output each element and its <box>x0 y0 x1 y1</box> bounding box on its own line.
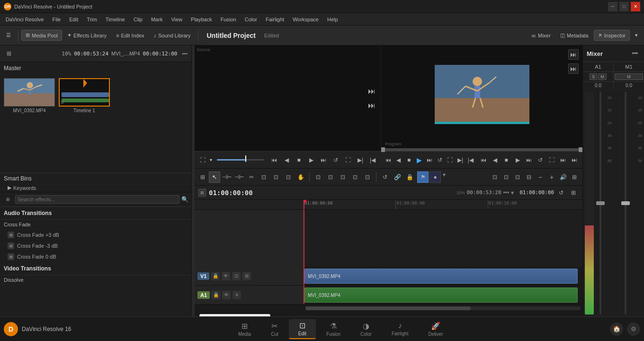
settings-button[interactable]: 🏠 <box>610 323 623 336</box>
menu-playback[interactable]: Playback <box>187 16 216 23</box>
menu-help[interactable]: Help <box>323 16 342 23</box>
zoom-out-view[interactable]: ⊡ <box>512 172 523 182</box>
panel-size-btn[interactable]: ⊞ <box>3 194 13 205</box>
link-btn[interactable]: ↺ <box>379 171 391 183</box>
source-step-fwd[interactable]: ⏭ <box>318 155 329 165</box>
menu-fairlight[interactable]: Fairlight <box>262 16 288 23</box>
ellipsis-btn[interactable]: ••• <box>182 51 188 56</box>
menu-fusion[interactable]: Fusion <box>217 16 240 23</box>
edit-index-button[interactable]: ≡ Edit Index <box>112 30 148 41</box>
source-scrubbar[interactable] <box>217 159 264 161</box>
menu-color[interactable]: Color <box>241 16 261 23</box>
source-stop[interactable]: ■ <box>294 155 304 165</box>
timeline-options[interactable]: ⊞ <box>569 172 580 182</box>
smart-bins-label[interactable]: Smart Bins <box>0 173 191 184</box>
timeline-scrollbar[interactable] <box>305 306 581 310</box>
color-btn[interactable]: ● <box>429 171 441 183</box>
timeline-panel-toggle[interactable]: ⊞ <box>198 189 206 197</box>
effect-item-crossfade-minus3[interactable]: ⊞ Cross Fade -3 dB <box>0 241 191 251</box>
timeline-end-nav[interactable]: ↺ <box>556 188 566 198</box>
program-loop[interactable]: ↺ <box>435 155 444 165</box>
warp-tool[interactable]: ⊡ <box>283 171 294 183</box>
maximize-button[interactable]: □ <box>619 2 629 11</box>
slide-tool[interactable]: ⊡ <box>270 171 282 183</box>
a1-clip[interactable]: MVI_0392.MP4 <box>304 287 578 303</box>
overwrite-edit-btn[interactable]: ⊡ <box>325 171 336 183</box>
zoom-to-fit[interactable]: ⊡ <box>490 172 500 182</box>
toggle-panel-button[interactable]: ☰ <box>2 30 15 41</box>
source-fullscreen[interactable]: ⛶ <box>343 155 353 165</box>
program-next-frame[interactable]: |◀ <box>466 155 475 165</box>
program-stop2[interactable]: ■ <box>501 155 511 165</box>
program-last[interactable]: ⏭ <box>569 155 580 165</box>
program-rew[interactable]: ◀ <box>490 155 500 165</box>
v1-output-btn[interactable]: ⊡ <box>232 272 241 280</box>
flag-btn[interactable]: ⚑ <box>417 171 429 183</box>
timeline-zoom-out[interactable]: ⊞ <box>197 172 208 182</box>
zoom-plus[interactable]: + <box>546 172 557 182</box>
mixer-m1-m-btn[interactable]: M <box>615 73 643 80</box>
menu-davinci[interactable]: DaVinci Resolve <box>2 16 48 23</box>
program-nav-up[interactable]: ⏭ <box>568 49 579 60</box>
clip-thumbnail[interactable]: ♪ MVI_0392.MP4 <box>4 78 55 169</box>
program-fullscreen[interactable]: ⛶ <box>446 155 455 165</box>
menu-workspace[interactable]: Workspace <box>289 16 322 23</box>
menu-view[interactable]: View <box>167 16 186 23</box>
append-at-end-btn[interactable]: ⊡ <box>362 171 373 183</box>
program-prev-clip[interactable]: ⏮ <box>478 155 489 165</box>
fit-to-fill-btn[interactable]: ⊡ <box>349 171 361 183</box>
effect-item-crossfade-plus3[interactable]: ⊞ Cross Fade +3 dB <box>0 230 191 241</box>
a1-s-btn[interactable]: S <box>233 291 241 299</box>
program-go-end[interactable]: ⏭ <box>425 155 434 165</box>
menu-file[interactable]: File <box>49 16 65 23</box>
audio-meter[interactable]: 🔊 <box>558 172 568 182</box>
insert-edit-btn[interactable]: ⊡ <box>313 171 324 183</box>
zoom-in-clip[interactable]: ⊡ <box>501 172 511 182</box>
effect-item-crossfade-0[interactable]: ⊞ Cross Fade 0 dB <box>0 251 191 262</box>
program-stop[interactable]: ■ <box>404 155 413 165</box>
timeline-thumbnail[interactable]: ⊡ Timeline 1 <box>59 78 110 169</box>
blade-tool[interactable]: ✂ <box>246 171 257 183</box>
dynamic-trim-tool[interactable]: ⊣⊢ <box>233 171 245 183</box>
timeline-options-btn[interactable]: ⊞ <box>568 188 579 198</box>
program-fullscr2[interactable]: ⛶ <box>546 155 557 165</box>
inspector-button[interactable]: ✕ Inspector <box>594 30 630 41</box>
menu-mark[interactable]: Mark <box>147 16 166 23</box>
program-go-start[interactable]: ⏮ <box>384 155 393 165</box>
a1-lock-btn[interactable]: 🔒 <box>212 291 220 299</box>
zoom-ruler[interactable]: ⊟ <box>524 172 534 182</box>
timeline-scrollbar-thumb[interactable] <box>305 306 471 310</box>
mixer-options-btn[interactable]: ••• <box>630 48 640 59</box>
source-fit-btn[interactable]: ⛶ <box>197 155 208 165</box>
keywords-item[interactable]: ▶ Keywords <box>0 184 191 192</box>
media-pool-button[interactable]: ⊞ Media Pool <box>21 30 62 41</box>
effects-search-input[interactable] <box>15 195 179 204</box>
preferences-button[interactable]: ⚙ <box>627 323 640 336</box>
mixer-button[interactable]: ⚌ Mixer <box>527 30 555 41</box>
mixer-a1-m-btn[interactable]: M <box>598 73 607 80</box>
program-play2[interactable]: ▶ <box>512 155 523 165</box>
hand-tool[interactable]: ✋ <box>295 171 306 183</box>
nav-cut[interactable]: ✂ Cut <box>261 320 288 339</box>
close-button[interactable]: ✕ <box>631 2 640 11</box>
panel-toggle-btn[interactable]: ⊞ <box>4 48 14 59</box>
a1-eye-btn[interactable]: 👁 <box>222 291 231 299</box>
lock-btn[interactable]: 🔒 <box>404 171 415 183</box>
dissolve-subsection[interactable]: Dissolve <box>0 275 191 285</box>
timeline-ruler[interactable]: 01:00:00:00 01:00:08:00 01:00:16:00 <box>304 200 582 209</box>
nav-color[interactable]: ◑ Color <box>351 320 381 339</box>
mixer-m1-fader-track[interactable] <box>625 91 626 314</box>
minimize-button[interactable]: ─ <box>608 2 617 11</box>
window-controls[interactable]: ─ □ ✕ <box>608 2 640 11</box>
nav-deliver[interactable]: 🚀 Deliver <box>419 320 452 339</box>
effects-library-button[interactable]: ✦ Effects Library <box>63 30 111 41</box>
tc-chevron[interactable]: ▾ <box>511 189 514 196</box>
nav-fairlight[interactable]: ♪ Fairlight <box>382 320 418 338</box>
mixer-a1-fader-handle[interactable] <box>596 201 605 205</box>
mixer-a1-s-btn[interactable]: S <box>590 73 597 80</box>
select-tool[interactable]: ↖ <box>209 171 220 183</box>
source-play-start[interactable]: ⏮ <box>269 155 279 165</box>
expand-button[interactable]: ▾ <box>631 30 642 41</box>
source-step-back[interactable]: ◀ <box>281 155 292 165</box>
menu-edit[interactable]: Edit <box>65 16 82 23</box>
